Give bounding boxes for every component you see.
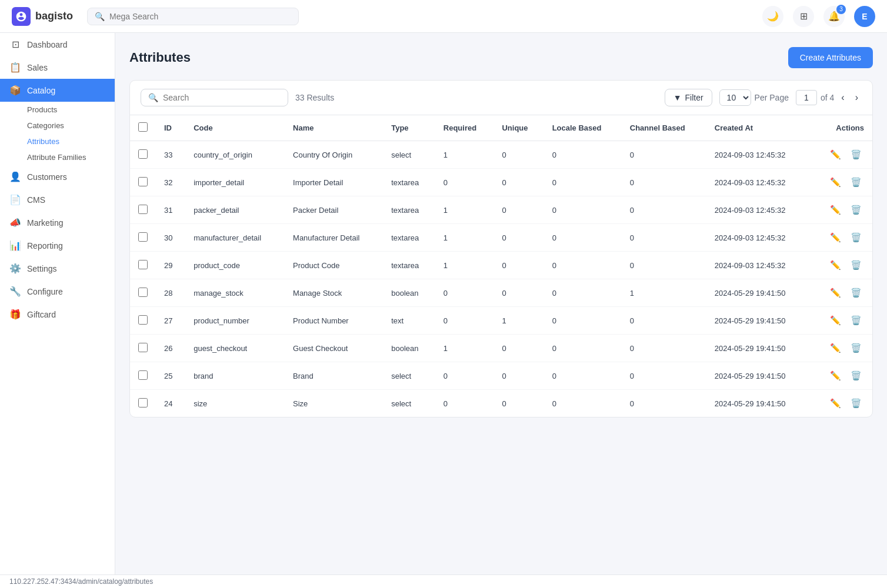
cell-required: 0 xyxy=(435,362,494,390)
search-icon: 🔍 xyxy=(95,12,105,21)
prev-page-button[interactable]: ‹ xyxy=(838,91,848,104)
cell-id: 27 xyxy=(156,307,185,335)
row-checkbox[interactable] xyxy=(138,177,148,186)
avatar[interactable]: E xyxy=(854,6,875,27)
logo[interactable]: bagisto xyxy=(12,7,73,26)
table-row: 33 country_of_origin Country Of Origin s… xyxy=(130,141,872,169)
cell-required: 0 xyxy=(435,390,494,417)
page-header: Attributes Create Attributes xyxy=(129,47,873,68)
search-input[interactable] xyxy=(163,93,281,102)
per-page-dropdown[interactable]: 10 25 50 xyxy=(719,89,751,106)
sidebar-item-settings[interactable]: ⚙️ Settings xyxy=(0,257,115,280)
edit-button[interactable]: ✏️ xyxy=(828,176,843,189)
configure-icon: 🔧 xyxy=(9,286,21,297)
search-box: 🔍 xyxy=(141,89,288,106)
edit-button[interactable]: ✏️ xyxy=(828,342,843,355)
cell-channel-based: 0 xyxy=(622,196,706,224)
select-all-checkbox[interactable] xyxy=(138,122,148,132)
app-body: ⊡ Dashboard 📋 Sales 📦 Catalog Products C… xyxy=(0,0,887,588)
sidebar-item-catalog[interactable]: 📦 Catalog xyxy=(0,79,115,102)
edit-button[interactable]: ✏️ xyxy=(828,397,843,410)
row-checkbox[interactable] xyxy=(138,315,148,325)
cell-channel-based: 0 xyxy=(622,169,706,196)
cell-locale-based: 0 xyxy=(544,307,622,335)
row-checkbox[interactable] xyxy=(138,343,148,352)
sidebar-item-attributes[interactable]: Attributes xyxy=(27,133,115,149)
table-row: 28 manage_stock Manage Stock boolean 0 0… xyxy=(130,279,872,307)
delete-button[interactable]: 🗑️ xyxy=(848,203,864,216)
delete-button[interactable]: 🗑️ xyxy=(848,259,864,272)
edit-button[interactable]: ✏️ xyxy=(828,259,843,272)
delete-button[interactable]: 🗑️ xyxy=(848,314,864,327)
row-checkbox[interactable] xyxy=(138,260,148,269)
row-checkbox-cell xyxy=(130,252,156,279)
mega-search-input[interactable] xyxy=(109,12,291,21)
delete-button[interactable]: 🗑️ xyxy=(848,231,864,244)
edit-button[interactable]: ✏️ xyxy=(828,286,843,299)
edit-button[interactable]: ✏️ xyxy=(828,314,843,327)
main-content: Attributes Create Attributes 🔍 33 Result… xyxy=(115,33,887,588)
cell-locale-based: 0 xyxy=(544,335,622,362)
delete-button[interactable]: 🗑️ xyxy=(848,286,864,299)
sidebar-item-dashboard[interactable]: ⊡ Dashboard xyxy=(0,33,115,56)
sidebar-item-products[interactable]: Products xyxy=(27,102,115,118)
delete-button[interactable]: 🗑️ xyxy=(848,176,864,189)
cell-id: 31 xyxy=(156,196,185,224)
next-page-button[interactable]: › xyxy=(852,91,862,104)
sidebar-label-customers: Customers xyxy=(27,172,67,182)
cell-id: 26 xyxy=(156,335,185,362)
page-number-input[interactable] xyxy=(796,90,817,105)
cell-actions: ✏️ 🗑️ xyxy=(810,252,872,279)
th-unique: Unique xyxy=(493,115,543,141)
edit-button[interactable]: ✏️ xyxy=(828,203,843,216)
notifications-button[interactable]: 🔔 3 xyxy=(823,6,845,27)
delete-button[interactable]: 🗑️ xyxy=(848,369,864,382)
row-checkbox-cell xyxy=(130,141,156,169)
row-checkbox[interactable] xyxy=(138,149,148,159)
row-checkbox[interactable] xyxy=(138,398,148,407)
sidebar-item-attribute-families[interactable]: Attribute Families xyxy=(27,149,115,165)
search-container: 🔍 xyxy=(87,8,299,25)
edit-button[interactable]: ✏️ xyxy=(828,369,843,382)
table-row: 32 importer_detail Importer Detail texta… xyxy=(130,169,872,196)
cell-code: product_code xyxy=(185,252,285,279)
sidebar-item-configure[interactable]: 🔧 Configure xyxy=(0,280,115,303)
row-checkbox[interactable] xyxy=(138,205,148,214)
cell-name: Importer Detail xyxy=(285,169,383,196)
cell-actions: ✏️ 🗑️ xyxy=(810,335,872,362)
delete-button[interactable]: 🗑️ xyxy=(848,342,864,355)
cell-name: Manage Stock xyxy=(285,279,383,307)
row-checkbox[interactable] xyxy=(138,232,148,242)
delete-button[interactable]: 🗑️ xyxy=(848,148,864,161)
cell-created-at: 2024-05-29 19:41:50 xyxy=(706,390,810,417)
create-attributes-button[interactable]: Create Attributes xyxy=(788,47,873,68)
cell-locale-based: 0 xyxy=(544,224,622,252)
cell-unique: 0 xyxy=(493,224,543,252)
per-page-label: Per Page xyxy=(755,93,789,102)
status-bar: 110.227.252.47:3434/admin/catalog/attrib… xyxy=(0,574,887,588)
sidebar-item-marketing[interactable]: 📣 Marketing xyxy=(0,211,115,234)
row-checkbox[interactable] xyxy=(138,288,148,297)
sidebar-item-categories[interactable]: Categories xyxy=(27,118,115,133)
row-checkbox-cell xyxy=(130,307,156,335)
cell-code: size xyxy=(185,390,285,417)
cell-required: 1 xyxy=(435,252,494,279)
cell-type: text xyxy=(383,307,435,335)
row-checkbox[interactable] xyxy=(138,370,148,380)
sidebar-item-sales[interactable]: 📋 Sales xyxy=(0,56,115,79)
sidebar-item-customers[interactable]: 👤 Customers xyxy=(0,165,115,188)
sidebar-item-cms[interactable]: 📄 CMS xyxy=(0,188,115,211)
row-checkbox-cell xyxy=(130,390,156,417)
sidebar-item-reporting[interactable]: 📊 Reporting xyxy=(0,234,115,257)
row-checkbox-cell xyxy=(130,335,156,362)
sidebar-item-giftcard[interactable]: 🎁 Giftcard xyxy=(0,303,115,326)
delete-button[interactable]: 🗑️ xyxy=(848,397,864,410)
edit-button[interactable]: ✏️ xyxy=(828,148,843,161)
cell-type: boolean xyxy=(383,335,435,362)
grid-button[interactable]: ⊞ xyxy=(793,6,814,27)
edit-button[interactable]: ✏️ xyxy=(828,231,843,244)
search-icon: 🔍 xyxy=(148,93,158,102)
filter-button[interactable]: ▼ Filter xyxy=(665,89,712,106)
theme-toggle-button[interactable]: 🌙 xyxy=(762,6,783,27)
cell-locale-based: 0 xyxy=(544,169,622,196)
